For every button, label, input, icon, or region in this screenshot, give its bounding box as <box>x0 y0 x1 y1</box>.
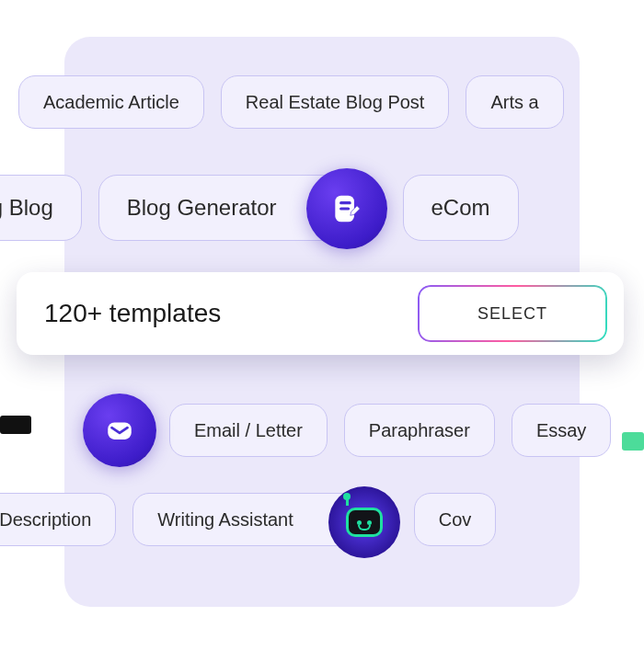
chip-label: Writing Assistant <box>157 509 293 531</box>
mail-icon <box>83 394 156 467</box>
template-row-5: uct Description Writing Assistant Cov <box>0 493 589 546</box>
chip-cover[interactable]: Cov <box>414 493 497 546</box>
chip-product-description[interactable]: uct Description <box>0 493 116 546</box>
chip-paraphraser[interactable]: Paraphraser <box>344 404 495 457</box>
select-button-label: SELECT <box>477 304 547 324</box>
chip-academic-article[interactable]: Academic Article <box>18 75 204 129</box>
chip-ecom[interactable]: eCom <box>403 175 519 241</box>
select-button[interactable]: SELECT <box>418 285 607 342</box>
chip-blog-generator[interactable]: Blog Generator <box>98 175 361 241</box>
chip-writing-assistant[interactable]: Writing Assistant <box>132 493 376 546</box>
svg-rect-1 <box>108 423 132 439</box>
chip-email-letter[interactable]: Email / Letter <box>169 404 328 457</box>
template-row-1: Academic Article Real Estate Blog Post A… <box>18 75 644 129</box>
bot-icon <box>328 486 400 558</box>
decor-stub <box>0 416 31 434</box>
templates-title: 120+ templates <box>44 299 221 328</box>
chip-essay[interactable]: Essay <box>512 404 611 457</box>
edit-note-icon <box>306 168 387 249</box>
chip-real-estate-blog[interactable]: Real Estate Blog Post <box>221 75 450 129</box>
template-row-4: Email / Letter Paraphraser Essay <box>83 394 644 467</box>
chip-marketing-blog[interactable]: eting Blog <box>0 175 82 241</box>
chip-label: Blog Generator <box>127 195 277 221</box>
templates-card: 120+ templates SELECT <box>17 272 624 355</box>
chip-arts[interactable]: Arts a <box>466 75 563 129</box>
template-row-2: eting Blog Blog Generator eCom <box>0 175 570 241</box>
